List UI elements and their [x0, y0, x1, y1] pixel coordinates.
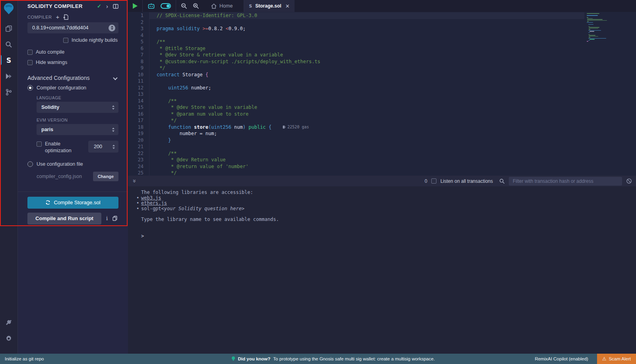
language-label: LANGUAGE	[37, 95, 118, 100]
language-select[interactable]: Solidity	[37, 102, 118, 113]
terminal-blank-line	[141, 211, 636, 217]
close-tab-icon[interactable]: ✕	[285, 3, 290, 9]
remix-logo[interactable]	[3, 2, 15, 15]
code-line: 13	[128, 91, 584, 98]
enable-optimization-label: Enable optimization	[45, 141, 77, 154]
terminal-header: » 0 Listen on all transactions	[128, 176, 636, 186]
compile-and-run-button[interactable]: Compile and Run script	[27, 213, 101, 225]
compiler-configuration-label: Compiler configuration	[37, 85, 86, 91]
code-line: 16 * @param num value to store	[128, 111, 584, 118]
compiler-configuration-radio-row[interactable]: Compiler configuration	[27, 85, 118, 91]
code-line: 9 */	[128, 65, 584, 72]
code-line: 5/**	[128, 39, 584, 45]
scam-alert-badge[interactable]: ⚠ Scam Alert	[597, 354, 636, 364]
solidity-compiler-panel: SOLIDITY COMPILER ✓ › COMPILER + 0	[18, 0, 128, 354]
add-compiler-icon[interactable]: +	[56, 14, 59, 20]
code-editor[interactable]: 1// SPDX-License-Identifier: GPL-3.023pr…	[128, 12, 636, 176]
status-bar: Initialize as git repo Did you know? To …	[0, 354, 636, 364]
code-line: 6 * @title Storage	[128, 45, 584, 52]
enable-optimization-checkbox[interactable]	[37, 141, 42, 147]
compiler-configuration-radio[interactable]	[27, 85, 33, 91]
init-git-repo-status[interactable]: Initialize as git repo	[0, 356, 131, 361]
search-icon[interactable]	[0, 37, 18, 52]
terminal-library-link[interactable]: • web3.js	[141, 196, 636, 201]
zoom-in-icon[interactable]	[193, 3, 199, 9]
home-tab[interactable]: Home	[205, 3, 239, 9]
change-config-button[interactable]: Change	[93, 172, 118, 181]
auto-compile-checkbox[interactable]	[27, 50, 33, 55]
code-line: 1// SPDX-License-Identifier: GPL-3.0	[128, 12, 584, 19]
terminal-prompt[interactable]: >	[141, 234, 636, 239]
icon-rail: S	[0, 0, 18, 354]
copilot-toggle[interactable]	[161, 3, 171, 9]
advanced-configurations-header[interactable]: Advanced Configurations	[27, 75, 118, 81]
transaction-count: 0	[425, 178, 427, 184]
solidity-compiler-icon[interactable]: S	[0, 52, 18, 68]
gas-estimate-badge: 22520 gas	[283, 124, 309, 131]
home-icon	[211, 4, 217, 9]
code-line: 12 uint256 number;	[128, 85, 584, 91]
terminal-library-link[interactable]: • ethers.js	[141, 201, 636, 206]
evm-version-label: EVM VERSION	[37, 118, 118, 122]
panel-title: SOLIDITY COMPILER	[27, 3, 97, 9]
open-file-icon[interactable]	[63, 14, 68, 20]
split-view-icon[interactable]	[113, 4, 118, 9]
run-script-icon[interactable]	[133, 3, 138, 9]
copilot-status[interactable]: RemixAI Copilot (enabled)	[535, 356, 588, 361]
panel-header: SOLIDITY COMPILER ✓ ›	[27, 3, 118, 9]
main-area: Home S Storage.sol ✕ 1// SPDX-License-Id…	[128, 0, 636, 354]
hide-warnings-label: Hide warnings	[36, 60, 67, 65]
include-nightly-label: Include nightly builds	[72, 37, 118, 43]
select-arrows-icon	[112, 128, 114, 132]
scam-alert-label: Scam Alert	[609, 356, 631, 361]
terminal-output[interactable]: The following libraries are accessible:•…	[128, 186, 636, 354]
ai-copilot-robot-icon[interactable]	[147, 3, 155, 9]
enable-optimization-row[interactable]: Enable optimization	[37, 141, 77, 154]
use-configuration-file-radio-row[interactable]: Use configuration file	[27, 161, 118, 167]
compiler-version-select[interactable]: 0.8.19+commit.7dd6d404	[27, 22, 118, 33]
advanced-configurations-title: Advanced Configurations	[27, 75, 114, 81]
include-nightly-checkbox-row[interactable]: Include nightly builds	[63, 37, 118, 43]
git-icon[interactable]	[0, 84, 18, 100]
optimization-runs-value: 200	[94, 144, 112, 149]
settings-icon[interactable]	[0, 331, 18, 347]
collapse-panel-icon[interactable]: ›	[106, 3, 108, 9]
code-line: 17 */	[128, 117, 584, 124]
copy-icon[interactable]	[112, 216, 117, 221]
code-line: 3pragma solidity >=0.8.2 <0.9.0;	[128, 25, 584, 32]
info-icon[interactable]: i	[106, 215, 108, 221]
code-line: 19 number = num;	[128, 130, 584, 137]
hide-warnings-checkbox-row[interactable]: Hide warnings	[27, 60, 118, 65]
code-line: 14 /**	[128, 98, 584, 105]
code-line: 15 * @dev Store value in variable	[128, 104, 584, 111]
compile-button[interactable]: Compile Storage.sol	[27, 197, 118, 209]
clear-console-icon[interactable]	[626, 178, 632, 184]
include-nightly-checkbox[interactable]	[63, 38, 68, 43]
hide-warnings-checkbox[interactable]	[27, 60, 33, 65]
code-line: 7 * @dev Store & retrieve value in a var…	[128, 52, 584, 58]
tab-storage-sol[interactable]: S Storage.sol ✕	[244, 0, 294, 12]
terminal-text-line: Type the library name to see available c…	[141, 217, 636, 223]
number-stepper-icon[interactable]	[112, 145, 115, 149]
plugin-manager-icon[interactable]	[0, 315, 18, 331]
zoom-out-icon[interactable]	[181, 3, 187, 9]
file-explorer-icon[interactable]	[0, 21, 18, 37]
optimization-runs-input[interactable]: 200	[88, 141, 118, 153]
editor-minimap[interactable]	[587, 13, 619, 42]
did-you-know-tip: Did you know? To prototype using the Gno…	[131, 356, 535, 362]
terminal-bullet-line: • sol-gpt <your Solidity question here>	[141, 206, 636, 212]
deploy-run-icon[interactable]	[0, 68, 18, 84]
auto-compile-checkbox-row[interactable]: Auto compile	[27, 49, 118, 55]
collapse-terminal-icon[interactable]: »	[132, 178, 138, 184]
transaction-filter-input[interactable]	[509, 177, 622, 186]
warning-icon: ⚠	[602, 356, 607, 362]
panel-divider	[18, 192, 128, 192]
remix-ide-window: S	[0, 0, 636, 364]
search-icon	[499, 178, 505, 184]
listen-all-transactions-checkbox[interactable]	[431, 178, 436, 184]
evm-version-select[interactable]: paris	[37, 124, 118, 135]
use-configuration-file-radio[interactable]	[27, 161, 33, 167]
evm-version-value: paris	[41, 127, 112, 132]
code-line: 23 * @dev Return value	[128, 157, 584, 163]
code-line: 2	[128, 19, 584, 26]
